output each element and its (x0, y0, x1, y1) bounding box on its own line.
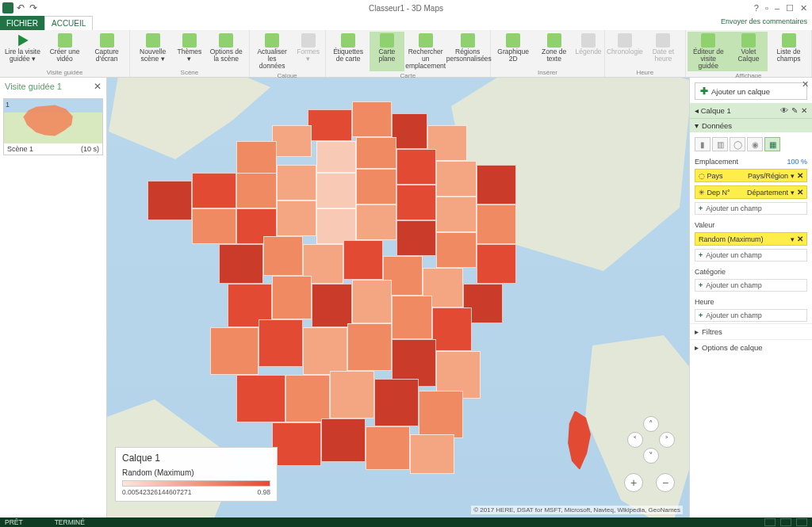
custom-regions-button[interactable]: Régions personnalisées (446, 32, 488, 71)
play-tour-button[interactable]: Lire la visite guidée ▾ (2, 32, 44, 68)
viz-clustered-icon[interactable]: ▥ (712, 137, 728, 151)
viz-column-icon[interactable]: ▮ (695, 137, 710, 151)
legend-metric: Random (Maximum) (122, 468, 270, 477)
viz-heat-icon[interactable]: ◉ (747, 137, 763, 151)
field-country[interactable]: ◌ Pays Pays/Région ▾ ✕ (695, 169, 807, 182)
scene-thumbnail[interactable]: 1 Scène 1 (10 s) (3, 98, 103, 155)
ribbon-tabstrip: FICHIER ACCUEIL Envoyer des commentaires (0, 16, 812, 30)
section-filters[interactable]: ▸ Filtres (690, 323, 812, 339)
status-bar: PRÊT TERMINÉ (0, 517, 812, 527)
screenshot-button[interactable]: Capture d'écran (86, 32, 128, 68)
legend-icon (581, 33, 596, 48)
viz-region-icon[interactable]: ▦ (764, 137, 780, 151)
tour-panel-close-icon[interactable]: ✕ (94, 81, 102, 92)
pan-down-button[interactable]: ˅ (643, 448, 659, 464)
tour-editor-button[interactable]: Éditeur de visite guidée (688, 32, 730, 71)
themes-button[interactable]: Thèmes ▾ (174, 32, 205, 68)
location-confidence[interactable]: 100 % (787, 158, 807, 166)
map-zoom-controls: + − (624, 473, 675, 492)
legend-max: 0.98 (257, 488, 270, 496)
refresh-data-button[interactable]: Actualiser les données (251, 32, 293, 71)
delete-layer-icon[interactable]: ✕ (801, 106, 807, 115)
statusbar-view1-icon[interactable] (764, 518, 776, 526)
find-location-button[interactable]: Rechercher un emplacement (404, 32, 446, 71)
maximize-button[interactable]: ☐ (786, 3, 794, 13)
viz-bubble-icon[interactable]: ◯ (730, 137, 745, 151)
clock-icon (656, 33, 670, 48)
scene-preview (4, 99, 102, 143)
ribbon-group-insert: Insérer (492, 68, 603, 77)
map-legend[interactable]: Calque 1 Random (Maximum) 0.005423261446… (115, 447, 278, 502)
add-location-field[interactable]: +Ajouter un champ (695, 202, 807, 215)
textbox-button[interactable]: Zone de texte (534, 32, 574, 68)
new-scene-button[interactable]: Nouvelle scène ▾ (132, 32, 174, 68)
remove-field-icon[interactable]: ✕ (797, 171, 803, 180)
field-department[interactable]: ✳ Dep N° Département ▾ ✕ (695, 185, 807, 199)
status-done: TERMINÉ (55, 518, 85, 526)
chart2d-button[interactable]: Graphique 2D (492, 32, 534, 68)
ribbon-group-tour: Visite guidée (2, 68, 128, 77)
globe-icon (182, 33, 197, 48)
window-title: Classeur1 - 3D Maps (369, 4, 443, 13)
send-feedback-link[interactable]: Envoyer des commentaires (716, 16, 812, 30)
section-data[interactable]: ▾ Données (690, 118, 812, 132)
layer-panel-close-icon[interactable]: ✕ (802, 79, 809, 90)
legend-min: 0.00542326144607271 (122, 488, 191, 496)
map-labels-button[interactable]: Étiquettes de carte (327, 32, 370, 71)
ribbon-group-scene: Scène (132, 68, 247, 77)
section-layer-options[interactable]: ▸ Options de calque (690, 339, 812, 355)
map-canvas[interactable]: Calque 1 Random (Maximum) 0.005423261446… (107, 78, 689, 517)
add-time-field[interactable]: +Ajouter un champ (695, 309, 807, 322)
help-button[interactable]: ? (754, 3, 759, 13)
pane-icon (741, 33, 756, 48)
legend-gradient (122, 480, 270, 487)
scene-options-button[interactable]: Options de la scène (205, 32, 247, 68)
statusbar-view3-icon[interactable] (796, 518, 807, 526)
flat-map-button[interactable]: Carte plane (370, 32, 405, 71)
add-value-field[interactable]: +Ajouter un champ (695, 249, 807, 262)
scene-duration: (10 s) (81, 145, 99, 153)
pan-up-button[interactable]: ˄ (643, 416, 659, 432)
chart-icon (506, 33, 520, 48)
tour-title: Visite guidée 1 (5, 82, 62, 91)
minimize-button[interactable]: – (775, 3, 779, 13)
close-window-button[interactable]: ✕ (800, 3, 807, 13)
add-layer-button[interactable]: ✚ Ajouter un calque (695, 82, 807, 100)
fieldlist-icon (782, 33, 796, 48)
layer-pane-button[interactable]: Volet Calque (730, 32, 768, 71)
field-list-button[interactable]: Liste de champs (768, 32, 810, 71)
tab-home[interactable]: ACCUEIL (44, 16, 93, 30)
textbox-icon (547, 33, 561, 48)
zoom-out-button[interactable]: − (656, 473, 675, 492)
map-navpad: ˄ ˅ ˂ ˃ (627, 416, 675, 464)
edit-icon[interactable]: ✎ (791, 106, 798, 115)
category-label: Catégorie (690, 263, 812, 277)
time-label: Heure (690, 293, 812, 307)
scene-icon (146, 33, 160, 48)
visibility-icon[interactable]: 👁 (780, 106, 788, 115)
gear-icon (219, 33, 233, 48)
field-value[interactable]: Random (Maximum) ▾ ✕ (695, 232, 807, 246)
tab-file[interactable]: FICHIER (0, 16, 44, 30)
pan-right-button[interactable]: ˃ (659, 432, 675, 448)
display-options-button[interactable]: ▫ (765, 3, 768, 13)
refresh-icon (265, 33, 279, 48)
location-label: Emplacement (695, 158, 738, 166)
statusbar-view2-icon[interactable] (780, 518, 791, 526)
create-video-button[interactable]: Créer une vidéo (44, 32, 86, 68)
add-category-field[interactable]: +Ajouter un champ (695, 279, 807, 292)
app-icon (2, 2, 13, 13)
label-icon (341, 33, 355, 48)
remove-field-icon[interactable]: ✕ (797, 235, 803, 243)
remove-field-icon[interactable]: ✕ (797, 188, 803, 197)
zoom-in-button[interactable]: + (624, 473, 643, 492)
regions-icon (461, 33, 475, 48)
legend-layer-name: Calque 1 (122, 453, 270, 464)
pan-left-button[interactable]: ˂ (627, 432, 643, 448)
video-icon (58, 33, 72, 48)
redo-button[interactable]: ↷ (28, 2, 39, 13)
title-bar: ↶ ↷ Classeur1 - 3D Maps ? ▫ – ☐ ✕ (0, 0, 812, 16)
map-attribution: © 2017 HERE, DSAT for MSFT, Microsoft, N… (471, 506, 683, 514)
undo-button[interactable]: ↶ (15, 2, 26, 13)
layer-header[interactable]: ◂ Calque 1 👁 ✎ ✕ (690, 103, 812, 118)
